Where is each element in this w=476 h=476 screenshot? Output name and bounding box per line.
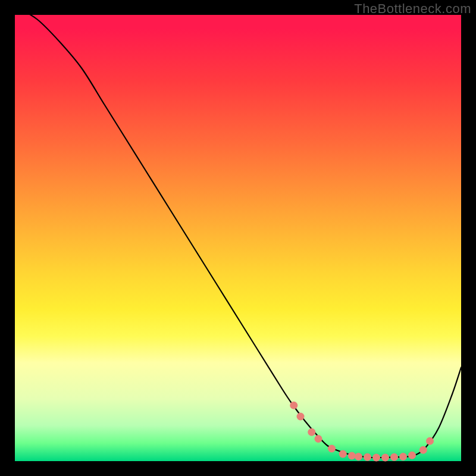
data-marker <box>419 446 427 454</box>
data-marker <box>308 428 315 436</box>
data-marker <box>364 453 371 461</box>
bottleneck-curve <box>15 6 461 458</box>
watermark-text: TheBottleneck.com <box>354 1 471 17</box>
data-marker <box>355 453 362 461</box>
data-marker <box>348 452 356 460</box>
data-marker <box>381 454 389 462</box>
chart-svg <box>15 15 461 461</box>
data-marker <box>297 413 305 421</box>
data-marker <box>328 445 336 453</box>
chart-frame: TheBottleneck.com <box>0 0 476 476</box>
data-marker <box>426 437 434 445</box>
data-marker <box>339 450 347 458</box>
data-marker <box>399 453 407 461</box>
data-marker <box>372 454 380 462</box>
data-marker <box>390 453 398 461</box>
data-marker <box>290 402 298 409</box>
data-marker <box>315 435 322 443</box>
data-marker <box>408 452 416 459</box>
plot-area <box>15 15 461 461</box>
data-markers <box>290 402 434 462</box>
